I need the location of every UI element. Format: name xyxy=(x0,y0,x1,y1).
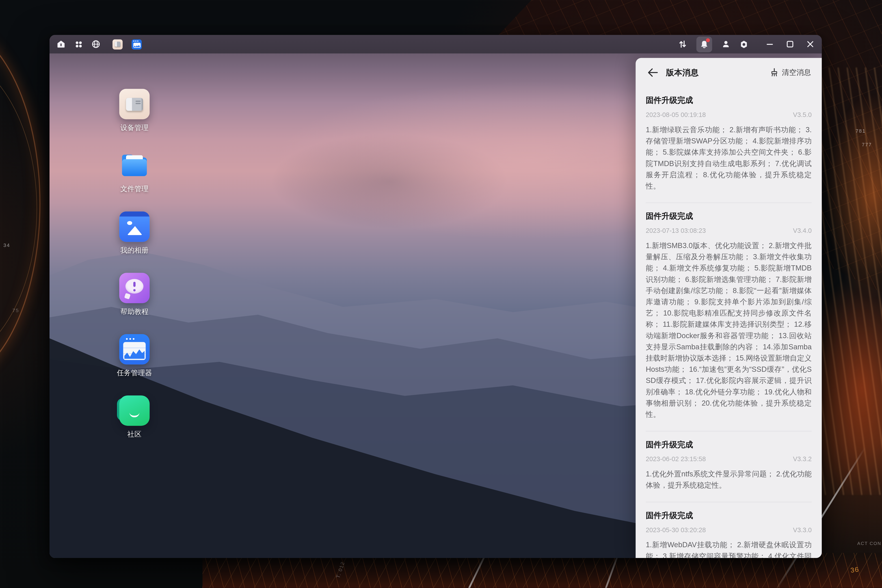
minimize-icon[interactable] xyxy=(765,40,774,48)
wallpaper-digits: 777 xyxy=(862,142,872,147)
task-manager-icon xyxy=(123,342,146,360)
community-icon xyxy=(129,410,140,417)
desktop-icon-device-manager[interactable]: 设备管理 xyxy=(105,89,164,150)
wallpaper-digits: 75 xyxy=(12,308,19,313)
app-tile xyxy=(119,212,150,242)
desktop-icon-label: 文件管理 xyxy=(120,184,148,194)
back-button[interactable] xyxy=(647,67,658,78)
wallpaper-label: T. 012 xyxy=(335,561,346,579)
desktop-icon-column: 设备管理 文件管理 我的相册 帮助教程 任务管理器 社区 xyxy=(105,89,164,457)
message-body: 1.新增SMB3.0版本、优化功能设置； 2.新增文件批量解压、压缩及分卷解压功… xyxy=(646,240,812,420)
user-icon[interactable] xyxy=(722,40,730,48)
desktop-icon-file-manager[interactable]: 文件管理 xyxy=(105,150,164,212)
task-manager-app-icon xyxy=(134,40,135,42)
app-tile xyxy=(119,150,150,181)
app-tile xyxy=(119,273,150,303)
help-tutorial-icon xyxy=(126,279,143,294)
close-icon[interactable] xyxy=(806,40,814,48)
message-date: 2023-08-05 00:19:18 xyxy=(646,111,706,118)
back-arrow-icon xyxy=(647,68,658,77)
message-date: 2023-07-13 03:08:23 xyxy=(646,227,706,234)
message-entry: 固件升级完成 2023-08-05 00:19:18 V3.5.0 1.新增绿联… xyxy=(646,87,812,202)
wallpaper-wireframe-bottom xyxy=(202,553,882,588)
wallpaper-label: ACT CON xyxy=(857,541,882,546)
globe-icon[interactable] xyxy=(92,40,100,48)
open-app-device-manager[interactable] xyxy=(112,39,123,49)
notifications-button[interactable] xyxy=(696,36,712,52)
message-title: 固件升级完成 xyxy=(646,96,812,106)
wallpaper-arc-left xyxy=(0,22,40,385)
messages-list[interactable]: 固件升级完成 2023-08-05 00:19:18 V3.5.0 1.新增绿联… xyxy=(636,87,822,558)
message-entry: 固件升级完成 2023-05-30 03:20:28 V3.3.0 1.新增We… xyxy=(646,502,812,558)
window-controls xyxy=(765,40,814,48)
apps-grid-icon[interactable] xyxy=(74,40,82,48)
panel-title: 版本消息 xyxy=(666,67,699,78)
desktop-icon-label: 帮助教程 xyxy=(120,307,148,317)
taskbar-left xyxy=(57,39,142,49)
message-version: V3.3.2 xyxy=(793,456,812,462)
app-tile xyxy=(119,334,150,364)
message-title: 固件升级完成 xyxy=(646,511,812,521)
panel-header: 版本消息 清空消息 xyxy=(636,58,822,87)
file-manager-icon xyxy=(126,155,143,166)
desktop-icon-label: 设备管理 xyxy=(120,123,148,133)
desktop-icon-community[interactable]: 社区 xyxy=(105,396,164,457)
nas-desktop-window: 设备管理 文件管理 我的相册 帮助教程 任务管理器 社区 xyxy=(50,35,822,558)
clear-messages-button[interactable]: 清空消息 xyxy=(770,68,811,78)
message-date: 2023-05-30 03:20:28 xyxy=(646,526,706,533)
taskbar-right xyxy=(678,36,814,52)
device-manager-icon xyxy=(126,98,143,111)
desktop-icon-task-manager[interactable]: 任务管理器 xyxy=(105,334,164,396)
desktop-icon-label: 社区 xyxy=(128,430,142,440)
desktop-icon-help-tutorial[interactable]: 帮助教程 xyxy=(105,273,164,334)
wallpaper-digits: 36 xyxy=(850,566,860,574)
message-entry: 固件升级完成 2023-07-13 03:08:23 V3.4.0 1.新增SM… xyxy=(646,202,812,431)
notification-badge xyxy=(706,38,710,42)
app-tile xyxy=(119,89,150,119)
message-body: 1.新增WebDAV挂载功能； 2.新增硬盘休眠设置功能； 3.新增存储空间容量… xyxy=(646,539,812,558)
message-title: 固件升级完成 xyxy=(646,440,812,450)
desktop-icon-label: 任务管理器 xyxy=(117,368,152,378)
open-app-task-manager[interactable] xyxy=(132,39,142,49)
version-messages-panel: 版本消息 清空消息 固件升级完成 2023-08-05 00:19:18 V3.… xyxy=(636,58,822,558)
message-entry: 固件升级完成 2023-06-02 23:15:58 V3.3.2 1.优化外置… xyxy=(646,431,812,502)
message-body: 1.优化外置ntfs系统文件显示异常问题； 2.优化功能体验，提升系统稳定性。 xyxy=(646,469,812,491)
app-tile xyxy=(119,396,150,426)
maximize-icon[interactable] xyxy=(786,40,794,48)
settings-icon[interactable] xyxy=(740,40,748,48)
my-albums-icon xyxy=(127,221,132,225)
screen: 34 75 781 777 T. 012 36 ACT CON 设备管理 文件管… xyxy=(0,0,882,588)
message-body: 1.新增绿联云音乐功能； 2.新增有声听书功能； 3.存储管理新增SWAP分区功… xyxy=(646,124,812,192)
device-manager-app-icon xyxy=(115,42,120,47)
message-version: V3.5.0 xyxy=(793,111,812,118)
message-version: V3.4.0 xyxy=(793,227,812,234)
message-version: V3.3.0 xyxy=(793,526,812,533)
wallpaper-arc-left-2 xyxy=(0,51,37,367)
message-title: 固件升级完成 xyxy=(646,212,812,222)
message-date: 2023-06-02 23:15:58 xyxy=(646,456,706,462)
wallpaper-digits: 34 xyxy=(3,243,10,248)
transfer-icon[interactable] xyxy=(678,40,687,48)
home-icon[interactable] xyxy=(57,40,65,48)
desktop-icon-label: 我的相册 xyxy=(120,246,148,255)
wallpaper-digits: 781 xyxy=(855,128,866,134)
desktop-icon-my-albums[interactable]: 我的相册 xyxy=(105,212,164,273)
broom-icon xyxy=(770,68,778,77)
window-titlebar xyxy=(50,35,822,54)
clear-messages-label: 清空消息 xyxy=(782,68,811,78)
